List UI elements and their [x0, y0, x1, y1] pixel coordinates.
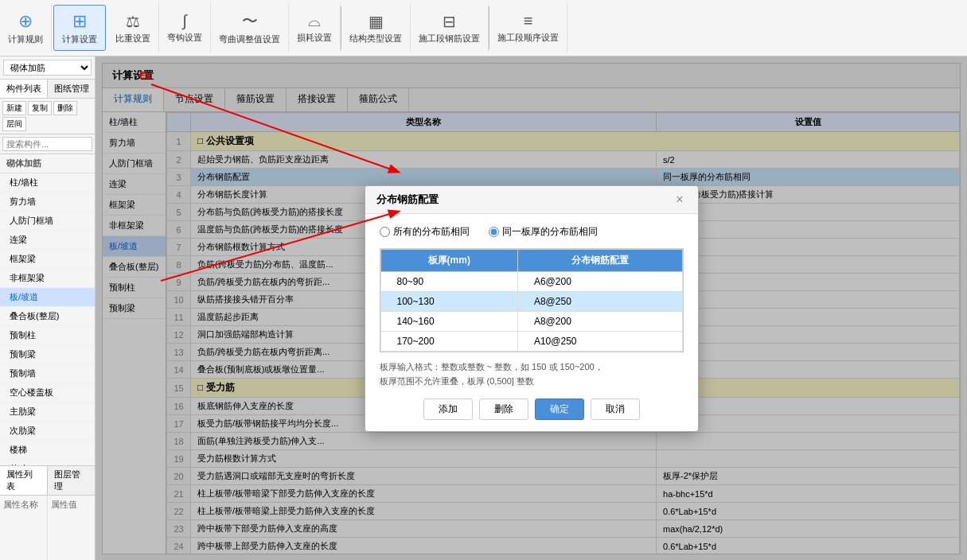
- calc-rules-icon: ⊕: [18, 11, 33, 32]
- sidebar-item-stair[interactable]: 楼梯: [0, 441, 95, 460]
- search-input[interactable]: [2, 137, 92, 151]
- modal-table-row[interactable]: 80~90 A6@200: [380, 272, 682, 292]
- sidebar-item-precast-beam[interactable]: 预制梁: [0, 345, 95, 364]
- config-cell: A8@200: [517, 312, 682, 332]
- config-cell: A6@200: [517, 272, 682, 292]
- sidebar-item-link-beam[interactable]: 连梁: [0, 231, 95, 250]
- sidebar-item-shear-wall[interactable]: 剪力墙: [0, 192, 95, 212]
- tab-component-list[interactable]: 构件列表: [0, 80, 48, 98]
- loss-icon: ⌓: [308, 12, 321, 30]
- arc-icon: ∫: [182, 12, 186, 30]
- stage-order-label: 施工段顺序设置: [497, 32, 559, 44]
- modal-table-row[interactable]: 140~160 A8@200: [380, 312, 682, 332]
- sidebar-list: 柱/墙柱 剪力墙 人防门框墙 连梁 框架梁 非框架梁 板/坡道 叠合板(整层) …: [0, 173, 95, 465]
- loss-label: 损耗设置: [297, 32, 332, 44]
- curve-icon: 〜: [242, 10, 258, 32]
- toolbar-curve-settings[interactable]: 〜 弯曲调整值设置: [211, 3, 289, 52]
- modal-table-wrapper: 板厚(mm) 分布钢筋配置 80~90 A6@200 100: [380, 248, 684, 352]
- modal-table-row[interactable]: 100~130 A8@250: [380, 292, 682, 312]
- thickness-cell: 140~160: [380, 312, 517, 332]
- calc-settings-label: 计算设置: [62, 33, 97, 45]
- sidebar-category: 砌体加筋: [0, 154, 95, 173]
- left-sidebar: 砌体加筋 构件列表 图纸管理 新建 复制 删除 层间 砌体加筋 柱/墙柱 剪力墙…: [0, 56, 96, 560]
- sidebar-item-main-rib[interactable]: 主肋梁: [0, 402, 95, 422]
- tab-drawing-manager[interactable]: 图纸管理: [48, 80, 95, 98]
- modal-table: 板厚(mm) 分布钢筋配置 80~90 A6@200 100: [380, 249, 683, 352]
- sidebar-item-sub-rib[interactable]: 次肋梁: [0, 422, 95, 441]
- thickness-cell: 100~130: [380, 292, 517, 312]
- add-button[interactable]: 添加: [423, 399, 473, 420]
- modal-col-thickness: 板厚(mm): [380, 250, 517, 272]
- delete-modal-button[interactable]: 删除: [479, 399, 528, 420]
- toolbar-calc-settings[interactable]: ⊞ 计算设置: [53, 5, 106, 51]
- stage-order-icon: ≡: [524, 12, 533, 30]
- sidebar-item-composite-slab[interactable]: 叠合板(整层): [0, 307, 95, 326]
- modal-col-config: 分布钢筋配置: [517, 250, 682, 272]
- tab-properties[interactable]: 属性列表: [0, 466, 48, 495]
- tab-layer-mgr[interactable]: 图层管理: [48, 466, 95, 495]
- modal-body: 所有的分布筋相同 同一板厚的分布筋相同 板厚(mm): [365, 214, 698, 430]
- sidebar-item-precast-col[interactable]: 预制柱: [0, 326, 95, 345]
- cancel-button[interactable]: 取消: [591, 399, 640, 420]
- new-button[interactable]: 新建: [2, 101, 26, 115]
- stage-rebar-label: 施工段钢筋设置: [419, 33, 480, 45]
- sidebar-item-hollow-slab[interactable]: 空心楼盖板: [0, 383, 95, 402]
- toolbar-struct-settings[interactable]: ▦ 结构类型设置: [341, 3, 411, 52]
- modal-dialog: 分布钢筋配置 × 所有的分布筋相同 同一板厚的分布筋相同: [365, 185, 699, 431]
- toolbar-weight-settings[interactable]: ⚖ 比重设置: [107, 3, 159, 52]
- calc-settings-icon: ⊞: [72, 11, 87, 32]
- modal-table-row[interactable]: 170~200 A10@250: [380, 332, 682, 352]
- modal-hint: 板厚输入格式：整数或整数 ~ 整数，如 150 或 150~200，板厚范围不允…: [380, 360, 684, 388]
- struct-icon: ▦: [368, 12, 384, 31]
- sidebar-item-civil-defense[interactable]: 人防门框墙: [0, 212, 95, 231]
- modal-actions: 添加 删除 确定 取消: [380, 399, 684, 420]
- delete-button[interactable]: 删除: [53, 101, 77, 115]
- confirm-button[interactable]: 确定: [535, 399, 584, 420]
- sidebar-item-slab-slope[interactable]: 板/坡道: [0, 288, 95, 307]
- modal-close-button[interactable]: ×: [673, 192, 686, 207]
- sidebar-item-precast-wall[interactable]: 预制墙: [0, 364, 95, 383]
- copy-button[interactable]: 复制: [28, 101, 52, 115]
- toolbar-stage-order[interactable]: ≡ 施工段顺序设置: [489, 3, 567, 52]
- prop-value-col: 属性值: [48, 496, 95, 560]
- toolbar-stage-rebar[interactable]: ⊟ 施工段钢筋设置: [411, 3, 489, 52]
- modal-overlay: 分布钢筋配置 × 所有的分布筋相同 同一板厚的分布筋相同: [96, 56, 967, 560]
- config-cell: A8@250: [517, 292, 682, 312]
- radio-all-same[interactable]: 所有的分布筋相同: [380, 225, 470, 239]
- component-type-select[interactable]: 砌体加筋: [3, 60, 92, 76]
- sidebar-item-frame-beam[interactable]: 框架梁: [0, 250, 95, 269]
- prop-name-col: 属性名称: [0, 496, 48, 560]
- sidebar-item-foundation[interactable]: 基础: [0, 460, 95, 465]
- weight-icon: ⚖: [126, 12, 140, 31]
- calc-rules-label: 计算规则: [8, 33, 43, 45]
- sidebar-item-non-frame-beam[interactable]: 非框架梁: [0, 269, 95, 288]
- stage-rebar-icon: ⊟: [443, 12, 456, 31]
- main-content: 计算设置 计算规则 节点设置 箍筋设置 搭接设置 箍筋公式 柱/墙柱 剪力墙 人…: [96, 56, 967, 560]
- modal-header: 分布钢筋配置 ×: [365, 186, 698, 214]
- radio-group: 所有的分布筋相同 同一板厚的分布筋相同: [380, 225, 684, 239]
- sidebar-item-col-wall[interactable]: 柱/墙柱: [0, 173, 95, 192]
- toolbar-arc-settings[interactable]: ∫ 弯钩设置: [159, 3, 211, 52]
- struct-label: 结构类型设置: [349, 33, 402, 45]
- thickness-cell: 80~90: [380, 272, 517, 292]
- toolbar-calc-rules[interactable]: ⊕ 计算规则: [0, 3, 52, 52]
- toolbar: ⊕ 计算规则 ⊞ 计算设置 ⚖ 比重设置 ∫ 弯钩设置 〜 弯曲调整值设置 ⌓ …: [0, 0, 967, 56]
- radio-same-thickness[interactable]: 同一板厚的分布筋相同: [489, 225, 598, 239]
- layer-button[interactable]: 层间: [2, 117, 26, 131]
- curve-label: 弯曲调整值设置: [219, 33, 280, 45]
- arc-label: 弯钩设置: [167, 32, 202, 44]
- thickness-cell: 170~200: [380, 332, 517, 352]
- weight-label: 比重设置: [115, 33, 150, 45]
- toolbar-loss-settings[interactable]: ⌓ 损耗设置: [289, 3, 341, 52]
- config-cell: A10@250: [517, 332, 682, 352]
- modal-title: 分布钢筋配置: [376, 192, 439, 207]
